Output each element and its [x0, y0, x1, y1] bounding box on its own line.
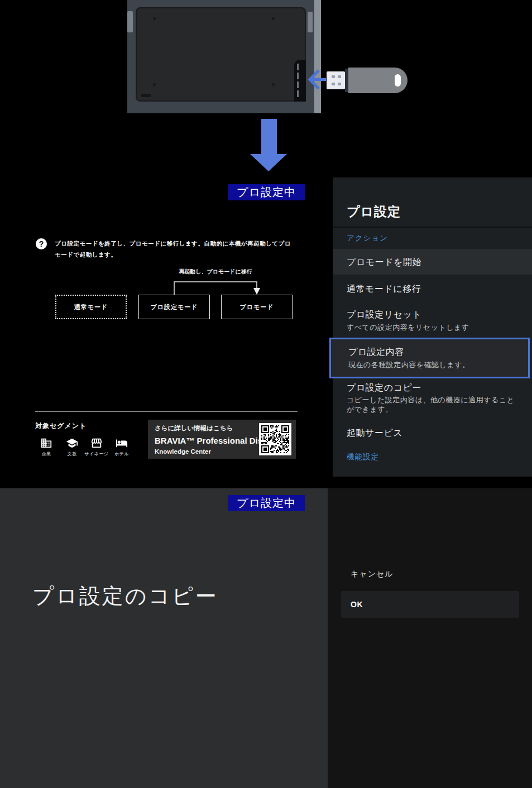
- menu-item-label: 通常モードに移行: [347, 284, 421, 295]
- segment-label: ホテル: [114, 451, 129, 457]
- divider: [35, 411, 298, 412]
- info-caption: さらに詳しい情報はこちら: [155, 424, 233, 433]
- menu-item-label: プロ設定のコピー: [347, 382, 421, 394]
- storefront-icon: [90, 437, 103, 449]
- menu-item-label: プロモードを開始: [347, 257, 421, 268]
- segment-label: 企業: [42, 451, 51, 457]
- tv-side-edge: [314, 0, 321, 113]
- tv-connector-panel: [294, 60, 306, 102]
- help-paragraph: プロ設定モードを終了し、プロモードに移行します。自動的に本機が再起動してプロモー…: [55, 238, 295, 260]
- menu-item-label: プロ設定リセット: [347, 309, 421, 321]
- tv-handle-right: [308, 12, 313, 32]
- copy-screen-title: プロ設定のコピー: [32, 582, 218, 611]
- divider: [333, 227, 532, 228]
- category-function-settings[interactable]: 機能設定: [347, 452, 379, 462]
- copy-screen: プロ設定中 プロ設定のコピー: [0, 488, 328, 788]
- segment-hotel: ホテル: [106, 437, 137, 457]
- tv-back-panel: [136, 7, 306, 102]
- qr-code-icon: [259, 422, 291, 456]
- transition-arrow: [172, 277, 261, 296]
- mode-box-pro: プロモード: [221, 295, 293, 319]
- question-mark-icon: ?: [36, 238, 47, 249]
- ok-button[interactable]: OK: [341, 591, 519, 618]
- menu-item-sub: 現在の各種設定内容を確認します。: [348, 360, 470, 369]
- cancel-button[interactable]: キャンセル: [351, 569, 394, 579]
- usb-port-icon: [297, 73, 299, 79]
- menu-item-start-pro-mode[interactable]: プロモードを開始: [333, 249, 532, 275]
- segment-label: サイネージ: [84, 451, 108, 457]
- tv-handle-left: [127, 11, 133, 32]
- screw-hole: [153, 83, 156, 86]
- tv-label: [141, 94, 151, 97]
- usb-drive-connector: [327, 71, 345, 89]
- pro-setting-badge: プロ設定中: [228, 495, 305, 511]
- knowledge-center-card: さらに詳しい情報はこちら BRAVIA™ Professional Displa…: [148, 420, 296, 459]
- mode-box-pro-setting: プロ設定モード: [138, 295, 210, 319]
- segments-title: 対象セグメント: [35, 421, 87, 431]
- category-action: アクション: [347, 233, 388, 243]
- arrow-down-icon: [250, 119, 287, 171]
- menu-item-pro-settings-contents[interactable]: プロ設定内容 現在の各種設定内容を確認します。: [329, 338, 530, 378]
- panel-title: プロ設定: [347, 203, 401, 220]
- menu-item-sub: すべての設定内容をリセットします: [347, 323, 469, 332]
- pro-settings-panel: プロ設定 アクション プロモードを開始 通常モードに移行 プロ設定リセット すべ…: [333, 177, 532, 477]
- usb-port-icon: [297, 90, 299, 97]
- usb-port-icon: [297, 81, 299, 88]
- building-icon: [40, 437, 52, 449]
- screw-hole: [272, 17, 275, 20]
- copy-dialog-panel: キャンセル OK: [328, 488, 532, 788]
- menu-item-label: 起動サービス: [347, 427, 402, 439]
- arrow-left-icon: [308, 69, 327, 90]
- mode-box-normal: 通常モード: [55, 295, 127, 319]
- transition-label: 再起動し、プロモードに移行: [165, 268, 266, 276]
- hotel-icon: [116, 437, 128, 449]
- segment-label: 文教: [68, 451, 77, 457]
- usb-port-icon: [297, 64, 299, 70]
- screw-hole: [272, 83, 275, 86]
- menu-item-label: プロ設定内容: [348, 347, 404, 358]
- info-subtitle: Knowledge Center: [155, 448, 211, 455]
- screen: プロ設定中 ? プロ設定モードを終了し、プロモードに移行します。自動的に本機が再…: [0, 0, 532, 788]
- menu-item-sub: コピーした設定内容は、他の機器に適用することができます。: [347, 395, 515, 414]
- school-icon: [66, 437, 78, 449]
- pro-setting-badge: プロ設定中: [228, 184, 305, 200]
- usb-drive-indicator: [395, 74, 401, 87]
- screw-hole: [153, 17, 156, 20]
